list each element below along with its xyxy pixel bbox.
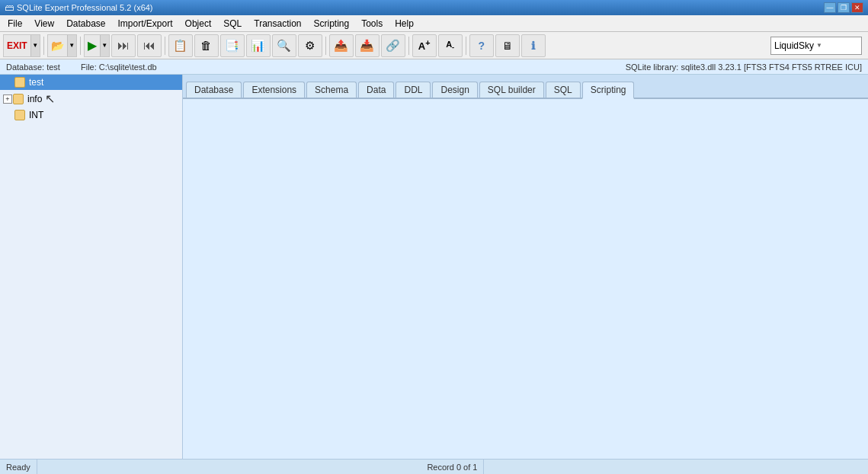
delete-table-button[interactable]: 🗑 bbox=[194, 34, 219, 57]
menu-item-help[interactable]: Help bbox=[389, 15, 420, 31]
tree-item-info[interactable]: + info ↖ bbox=[0, 90, 182, 107]
execute-dropdown-arrow[interactable]: ▼ bbox=[100, 35, 109, 56]
separator-6 bbox=[466, 37, 466, 55]
execute-button[interactable]: ▶ ▼ bbox=[84, 34, 110, 57]
attach-button[interactable]: 🔗 bbox=[381, 34, 405, 57]
connection-icon: 🖥 bbox=[502, 40, 513, 52]
open-dropdown-arrow[interactable]: ▼ bbox=[67, 35, 76, 56]
new-table-icon: 📋 bbox=[173, 39, 187, 53]
tab-extensions[interactable]: Extensions bbox=[243, 82, 305, 98]
sqlite-info: SQLite library: sqlite3.dll 3.23.1 [FTS3… bbox=[626, 62, 862, 72]
title-bar-left: 🗃 SQLite Expert Professional 5.2 (x64) bbox=[5, 2, 153, 13]
tab-content bbox=[183, 99, 868, 459]
tree-icon-test bbox=[14, 76, 26, 88]
tree-item-test[interactable]: test bbox=[0, 75, 182, 90]
menu-item-view[interactable]: View bbox=[28, 15, 60, 31]
menu-item-transaction[interactable]: Transaction bbox=[248, 15, 307, 31]
tab-schema[interactable]: Schema bbox=[306, 82, 357, 98]
query-button[interactable]: 🔍 bbox=[272, 34, 296, 57]
db-selector[interactable]: LiquidSky ▼ bbox=[770, 37, 862, 55]
step-prev-icon: ⏮ bbox=[143, 39, 155, 53]
settings-button[interactable]: ⚙ bbox=[298, 34, 322, 57]
ready-label: Ready bbox=[6, 463, 30, 472]
tab-bar: DatabaseExtensionsSchemaDataDDLDesignSQL… bbox=[183, 75, 868, 99]
menu-item-sql[interactable]: SQL bbox=[217, 15, 248, 31]
status-bar: Ready Record 0 of 1 bbox=[0, 459, 868, 474]
info-icon: ℹ bbox=[531, 40, 535, 52]
title-bar-controls: — ❐ ✕ bbox=[824, 2, 863, 13]
tab-sql[interactable]: SQL bbox=[546, 82, 581, 98]
new-index-button[interactable]: 📑 bbox=[220, 34, 245, 57]
info-bar: Database: test File: C:\sqlite\test.db S… bbox=[0, 59, 868, 75]
db-icon-info bbox=[13, 94, 24, 104]
delete-table-icon: 🗑 bbox=[200, 39, 212, 52]
record-count: Record 0 of 1 bbox=[421, 460, 484, 474]
status-text: Ready bbox=[0, 460, 37, 474]
menu-item-scripting[interactable]: Scripting bbox=[308, 15, 356, 31]
tab-scripting[interactable]: Scripting bbox=[582, 82, 635, 99]
separator-1 bbox=[43, 37, 44, 55]
open-icon: 📂 bbox=[48, 35, 67, 56]
tab-ddl[interactable]: DDL bbox=[396, 82, 431, 98]
open-button[interactable]: 📂 ▼ bbox=[47, 34, 77, 57]
tree-expand-INT bbox=[3, 110, 14, 120]
db-icon-test bbox=[14, 77, 25, 88]
app-title: SQLite Expert Professional 5.2 (x64) bbox=[17, 3, 153, 12]
tree-label-info: info bbox=[27, 94, 42, 104]
tab-data[interactable]: Data bbox=[358, 82, 394, 98]
separator-2 bbox=[80, 37, 81, 55]
help-icon: ? bbox=[478, 40, 485, 52]
info-bar-left: Database: test File: C:\sqlite\test.db bbox=[6, 62, 157, 72]
edit-index-icon: 📊 bbox=[251, 39, 265, 53]
menu-item-import/export[interactable]: Import/Export bbox=[112, 15, 179, 31]
export-button[interactable]: 📤 bbox=[329, 34, 354, 57]
font-increase-button[interactable]: A+ bbox=[412, 34, 437, 57]
tree-item-INT[interactable]: INT bbox=[0, 107, 182, 123]
menu-item-file[interactable]: File bbox=[2, 15, 28, 31]
exit-button[interactable]: EXIT ▼ bbox=[3, 34, 40, 57]
restore-button[interactable]: ❐ bbox=[838, 2, 850, 13]
separator-5 bbox=[408, 37, 409, 55]
menu-item-tools[interactable]: Tools bbox=[355, 15, 389, 31]
exit-dropdown-arrow[interactable]: ▼ bbox=[30, 35, 40, 56]
step-next-icon: ⏭ bbox=[117, 39, 130, 53]
right-panel: DatabaseExtensionsSchemaDataDDLDesignSQL… bbox=[183, 75, 868, 459]
menu-item-database[interactable]: Database bbox=[60, 15, 111, 31]
exit-icon: EXIT bbox=[4, 35, 30, 56]
menu-bar: FileViewDatabaseImport/ExportObjectSQLTr… bbox=[0, 15, 868, 32]
help-button[interactable]: ? bbox=[469, 34, 494, 57]
title-bar: 🗃 SQLite Expert Professional 5.2 (x64) —… bbox=[0, 0, 868, 15]
record-label: Record 0 of 1 bbox=[427, 463, 477, 472]
font-decrease-icon: A- bbox=[446, 40, 454, 51]
main-content: test + info ↖ INT DatabaseExtensionsSche… bbox=[0, 75, 868, 459]
tree-expand-test bbox=[3, 77, 14, 88]
query-icon: 🔍 bbox=[277, 39, 291, 53]
menu-item-object[interactable]: Object bbox=[179, 15, 218, 31]
database-label: Database: test bbox=[6, 62, 60, 72]
execute-icon: ▶ bbox=[85, 35, 100, 56]
left-panel: test + info ↖ INT bbox=[0, 75, 183, 459]
edit-index-button[interactable]: 📊 bbox=[246, 34, 271, 57]
toolbar: EXIT ▼ 📂 ▼ ▶ ▼ ⏭ ⏮ 📋 🗑 📑 📊 🔍 ⚙ 📤 bbox=[0, 32, 868, 59]
import-button[interactable]: 📥 bbox=[355, 34, 380, 57]
minimize-button[interactable]: — bbox=[824, 2, 836, 13]
new-table-button[interactable]: 📋 bbox=[168, 34, 193, 57]
connection-button[interactable]: 🖥 bbox=[495, 34, 520, 57]
cursor-indicator: ↖ bbox=[45, 91, 55, 106]
tree-label-test: test bbox=[29, 77, 43, 88]
step-prev-button[interactable]: ⏮ bbox=[137, 34, 162, 57]
close-button[interactable]: ✕ bbox=[851, 2, 863, 13]
app-icon: 🗃 bbox=[5, 2, 14, 13]
tab-database[interactable]: Database bbox=[186, 82, 242, 98]
tree-label-INT: INT bbox=[29, 110, 43, 120]
font-decrease-button[interactable]: A- bbox=[438, 34, 463, 57]
info-button[interactable]: ℹ bbox=[521, 34, 546, 57]
tab-design[interactable]: Design bbox=[432, 82, 477, 98]
tab-sql-builder[interactable]: SQL builder bbox=[479, 82, 544, 98]
tree-icon-INT bbox=[14, 109, 26, 121]
db-icon-INT bbox=[14, 110, 25, 120]
tree-expand-info[interactable]: + bbox=[3, 94, 12, 104]
font-increase-icon: A+ bbox=[418, 38, 431, 52]
separator-3 bbox=[165, 37, 165, 55]
step-next-button[interactable]: ⏭ bbox=[111, 34, 136, 57]
